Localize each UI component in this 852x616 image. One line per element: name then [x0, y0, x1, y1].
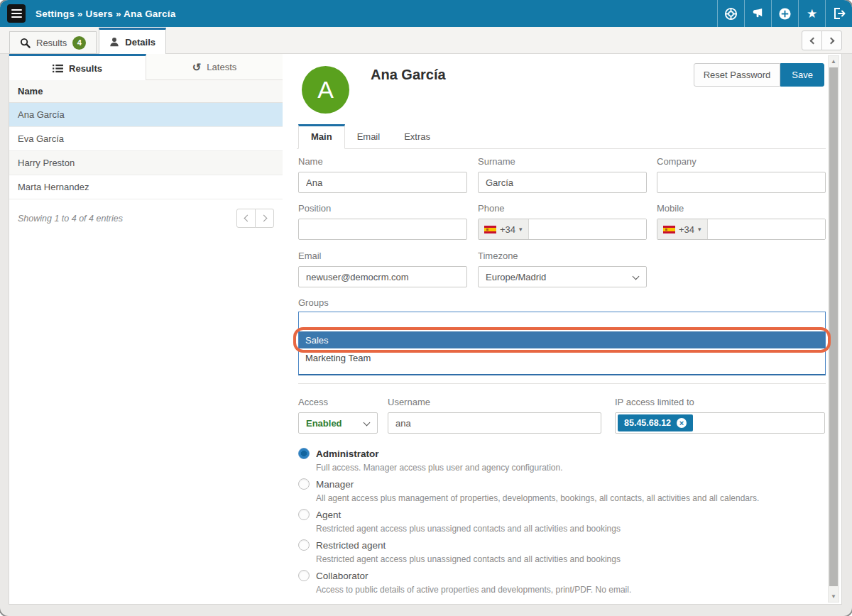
group-option-sales[interactable]: Sales: [299, 331, 825, 348]
phone-field[interactable]: [529, 219, 646, 239]
position-field[interactable]: [298, 219, 467, 240]
tab-strip: Results 4 Details: [0, 27, 852, 54]
results-panel: Results ↺ Latests Name Ana García Eva Ga…: [9, 54, 283, 228]
access-select[interactable]: Enabled: [298, 412, 378, 434]
next-record-button[interactable]: [821, 31, 842, 50]
chevron-left-icon: [244, 215, 251, 222]
page-next-button[interactable]: [255, 209, 274, 228]
role-option-administrator: Administrator Full access. Manager acces…: [298, 448, 819, 473]
ip-tag-value: 85.45.68.12: [624, 418, 671, 428]
dropdown-caret-icon: ▾: [519, 226, 523, 233]
timezone-select[interactable]: Europe/Madrid: [478, 266, 647, 287]
phone-label: Phone: [478, 203, 647, 214]
radio-unselected-icon[interactable]: [298, 478, 310, 490]
role-label: Restricted agent: [316, 540, 386, 551]
chevron-right-icon: [827, 37, 834, 44]
tab-results-label: Results: [36, 38, 67, 48]
role-description: All agent access plus management of prop…: [316, 493, 819, 503]
save-button[interactable]: Save: [780, 63, 824, 87]
role-description: Full access. Manager access plus user an…: [316, 463, 819, 473]
add-plus-icon[interactable]: [771, 0, 798, 27]
record-pager: [802, 31, 842, 50]
role-administrator-radio-row[interactable]: Administrator: [298, 448, 819, 459]
username-field[interactable]: [388, 412, 601, 434]
company-field[interactable]: [657, 172, 826, 193]
ip-tag: 85.45.68.12 ×: [618, 414, 693, 431]
breadcrumb[interactable]: Settings » Users » Ana García: [36, 9, 175, 19]
favorites-star-icon[interactable]: ★: [798, 0, 825, 27]
role-option-agent: Agent Restricted agent access plus unass…: [298, 509, 819, 534]
previous-record-button[interactable]: [802, 31, 822, 50]
tab-email[interactable]: Email: [345, 125, 393, 148]
tab-results[interactable]: Results 4: [9, 31, 97, 54]
access-label: Access: [298, 397, 378, 407]
role-collaborator-radio-row[interactable]: Collaborator: [298, 570, 819, 581]
groups-label: Groups: [298, 297, 826, 308]
surname-label: Surname: [478, 156, 647, 167]
access-value: Enabled: [306, 418, 342, 429]
section-divider: [298, 383, 826, 384]
group-option-empty[interactable]: [299, 312, 825, 331]
role-manager-radio-row[interactable]: Manager: [298, 478, 819, 490]
role-label: Administrator: [316, 449, 379, 459]
phone-country-prefix[interactable]: +34 ▾: [479, 219, 529, 239]
radio-unselected-icon[interactable]: [298, 570, 310, 581]
role-restricted-agent-radio-row[interactable]: Restricted agent: [298, 539, 819, 551]
scroll-down-icon[interactable]: ▼: [829, 593, 839, 600]
table-row[interactable]: Eva García: [9, 127, 283, 151]
mobile-country-prefix[interactable]: +34 ▾: [657, 219, 708, 239]
company-label: Company: [657, 156, 826, 167]
radio-selected-icon[interactable]: [298, 448, 310, 459]
table-row[interactable]: Harry Preston: [9, 151, 283, 175]
results-pagination: [236, 209, 274, 228]
panel-tab-results-label: Results: [69, 63, 102, 74]
avatar: A: [302, 66, 349, 114]
chevron-down-icon: [364, 419, 371, 427]
table-row[interactable]: Ana García: [9, 103, 283, 127]
role-description: Restricted agent access plus unassigned …: [316, 524, 819, 534]
results-count-badge: 4: [72, 36, 86, 50]
ip-access-field[interactable]: 85.45.68.12 ×: [615, 412, 825, 434]
chevron-right-icon: [260, 215, 267, 222]
radio-unselected-icon[interactable]: [298, 539, 310, 551]
reset-password-button[interactable]: Reset Password: [694, 63, 781, 87]
group-option-marketing-team[interactable]: Marketing Team: [299, 348, 825, 367]
scroll-up-icon[interactable]: ▲: [829, 58, 839, 65]
tab-main[interactable]: Main: [298, 124, 345, 149]
tab-extras[interactable]: Extras: [392, 125, 442, 148]
tab-details[interactable]: Details: [99, 28, 166, 54]
table-row[interactable]: Marta Hernandez: [9, 175, 283, 199]
announcements-megaphone-icon[interactable]: [744, 0, 771, 27]
logout-icon[interactable]: [825, 0, 852, 27]
surname-field[interactable]: [478, 172, 647, 193]
role-radio-group: Administrator Full access. Manager acces…: [298, 448, 819, 600]
page-previous-button[interactable]: [236, 209, 256, 228]
remove-ip-icon[interactable]: ×: [677, 418, 687, 428]
radio-unselected-icon[interactable]: [298, 509, 310, 520]
panel-tab-latests[interactable]: ↺ Latests: [146, 54, 283, 80]
name-field[interactable]: [298, 172, 467, 193]
details-tabs: Main Email Extras: [297, 125, 826, 149]
groups-listbox[interactable]: Sales Marketing Team: [298, 312, 826, 375]
email-field[interactable]: [298, 266, 467, 287]
help-lifering-icon[interactable]: [717, 0, 744, 27]
user-details-panel: A Ana García Reset Password Save Main Em…: [297, 54, 826, 605]
spain-flag-icon: [484, 226, 496, 233]
phone-prefix-value: +34: [500, 224, 515, 235]
vertical-scrollbar[interactable]: ▲ ▼: [828, 55, 839, 603]
mobile-field[interactable]: [708, 219, 825, 239]
mobile-label: Mobile: [657, 203, 826, 214]
content-area: Results ↺ Latests Name Ana García Eva Ga…: [9, 54, 842, 605]
name-label: Name: [298, 156, 467, 167]
panel-tab-results[interactable]: Results: [9, 54, 146, 80]
role-option-restricted-agent: Restricted agent Restricted agent access…: [298, 539, 819, 564]
history-icon: ↺: [192, 62, 202, 72]
list-icon: [53, 64, 63, 73]
role-option-collaborator: Collaborator Access to public details of…: [298, 570, 819, 595]
scrollbar-thumb[interactable]: [829, 67, 838, 586]
timezone-label: Timezone: [478, 251, 647, 261]
hamburger-menu-icon[interactable]: [7, 4, 26, 23]
role-agent-radio-row[interactable]: Agent: [298, 509, 819, 520]
email-label: Email: [298, 251, 467, 261]
search-icon: [20, 38, 31, 48]
